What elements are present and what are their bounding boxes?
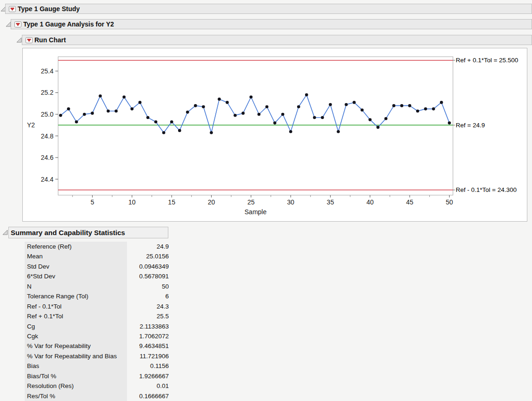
- stat-label: Tolerance Range (Tol): [25, 291, 127, 301]
- data-point[interactable]: [392, 104, 396, 107]
- data-point[interactable]: [408, 104, 412, 107]
- disclosure-triangle-icon[interactable]: [2, 230, 8, 235]
- data-point[interactable]: [210, 131, 213, 134]
- data-point[interactable]: [352, 101, 356, 104]
- data-point[interactable]: [281, 113, 285, 116]
- stat-label: Bias/Tol %: [25, 371, 127, 381]
- summary-statistics-table: Reference (Ref)24.9Mean25.0156Std Dev0.0…: [25, 242, 171, 401]
- data-point[interactable]: [233, 114, 237, 117]
- y-axis-tick-label: 25.2: [41, 89, 53, 96]
- data-point[interactable]: [385, 117, 388, 120]
- run-chart-plot[interactable]: Ref + 0.1*Tol = 25.500Ref = 24.9Ref - 0.…: [22, 48, 527, 222]
- data-point[interactable]: [162, 131, 166, 134]
- stat-value: 1.9266667: [127, 371, 171, 381]
- outline-header-type1-gauge-study[interactable]: Type 1 Gauge Study: [5, 4, 532, 14]
- stat-label: Cg: [25, 322, 127, 331]
- stat-label: N: [25, 282, 127, 291]
- data-point[interactable]: [345, 103, 348, 106]
- outline-header-summary-statistics[interactable]: Summary and Capability Statistics: [8, 227, 168, 238]
- data-point[interactable]: [170, 120, 173, 124]
- ref-line-label: Ref + 0.1*Tol = 25.500: [456, 57, 518, 64]
- y-axis-tick-label: 25.4: [41, 67, 53, 75]
- data-point[interactable]: [440, 101, 443, 104]
- stat-value: 0.01: [127, 381, 171, 391]
- data-point[interactable]: [305, 93, 308, 97]
- stat-value: 1.7062072: [127, 331, 171, 341]
- data-point[interactable]: [114, 110, 118, 113]
- stat-value: 24.3: [127, 302, 171, 311]
- data-point[interactable]: [226, 101, 229, 104]
- data-point[interactable]: [202, 105, 205, 108]
- data-point[interactable]: [146, 116, 150, 119]
- disclosure-triangle-icon[interactable]: [16, 37, 22, 43]
- x-axis-tick-label: 25: [247, 198, 255, 206]
- data-point[interactable]: [99, 94, 102, 98]
- data-point[interactable]: [106, 110, 110, 113]
- data-point[interactable]: [194, 104, 197, 107]
- data-point[interactable]: [321, 116, 324, 119]
- data-point[interactable]: [329, 103, 332, 106]
- data-point[interactable]: [432, 107, 435, 111]
- x-axis-tick-label: 35: [327, 198, 334, 206]
- stat-row: % Var for Repeatability9.4634851: [25, 341, 171, 351]
- red-triangle-menu-icon[interactable]: [26, 37, 33, 43]
- data-point[interactable]: [424, 107, 427, 111]
- data-point[interactable]: [241, 112, 245, 115]
- data-point[interactable]: [139, 101, 142, 104]
- data-point[interactable]: [297, 105, 300, 108]
- data-point[interactable]: [273, 121, 277, 125]
- stat-row: Resolution (Res)0.01: [25, 381, 171, 391]
- stat-label: % Var for Repeatability and Bias: [25, 351, 127, 361]
- x-axis-title: Sample: [245, 208, 267, 216]
- data-point[interactable]: [416, 110, 419, 113]
- red-triangle-menu-icon[interactable]: [9, 6, 16, 12]
- x-axis-tick-label: 30: [287, 198, 294, 206]
- data-point[interactable]: [249, 95, 253, 99]
- stat-value: 0.5678091: [127, 271, 171, 281]
- stat-row: Mean25.0156: [25, 251, 171, 261]
- data-point[interactable]: [67, 107, 70, 111]
- stat-row: Cg2.1133863: [25, 322, 171, 331]
- data-point[interactable]: [448, 121, 451, 125]
- data-point[interactable]: [131, 107, 134, 111]
- stat-row: Std Dev0.0946349: [25, 262, 171, 271]
- data-point[interactable]: [91, 112, 94, 115]
- section-title: Type 1 Gauge Study: [18, 5, 80, 13]
- data-point[interactable]: [186, 111, 189, 114]
- data-point[interactable]: [59, 114, 62, 117]
- section-title: Type 1 Gauge Analysis for Y2: [23, 20, 114, 28]
- stat-label: % Var for Repeatability: [25, 341, 127, 351]
- section-title: Run Chart: [34, 36, 66, 44]
- stat-value: 0.1156: [127, 361, 171, 371]
- stat-value: 25.5: [127, 311, 171, 321]
- x-axis-tick-label: 10: [128, 198, 136, 206]
- red-triangle-menu-icon[interactable]: [14, 21, 21, 27]
- data-point[interactable]: [376, 126, 379, 129]
- data-point[interactable]: [178, 129, 181, 132]
- data-point[interactable]: [400, 104, 404, 107]
- stat-row: Cgk1.7062072: [25, 331, 171, 341]
- outline-header-run-chart[interactable]: Run Chart: [22, 35, 532, 45]
- stat-value: 0.1666667: [127, 391, 171, 401]
- data-point[interactable]: [368, 118, 372, 121]
- x-axis-tick-label: 20: [208, 198, 215, 206]
- outline-header-type1-gauge-analysis-y2[interactable]: Type 1 Gauge Analysis for Y2: [11, 19, 532, 29]
- data-point[interactable]: [266, 105, 269, 108]
- stat-label: Bias: [25, 361, 127, 371]
- stat-row: Ref - 0.1*Tol24.3: [25, 302, 171, 311]
- y-axis-tick-label: 25.0: [41, 111, 53, 118]
- data-point[interactable]: [337, 130, 340, 133]
- data-point[interactable]: [83, 113, 86, 116]
- stat-row: Reference (Ref)24.9: [25, 242, 171, 251]
- data-point[interactable]: [258, 113, 261, 116]
- data-point[interactable]: [75, 120, 78, 124]
- data-point[interactable]: [154, 120, 158, 124]
- stat-row: Tolerance Range (Tol)6: [25, 291, 171, 301]
- data-point[interactable]: [360, 108, 364, 112]
- data-point[interactable]: [289, 130, 293, 133]
- stat-value: 0.0946349: [127, 262, 171, 271]
- data-point[interactable]: [313, 116, 316, 119]
- data-point[interactable]: [218, 98, 221, 101]
- y-axis-tick-label: 24.6: [41, 154, 53, 161]
- data-point[interactable]: [122, 95, 126, 99]
